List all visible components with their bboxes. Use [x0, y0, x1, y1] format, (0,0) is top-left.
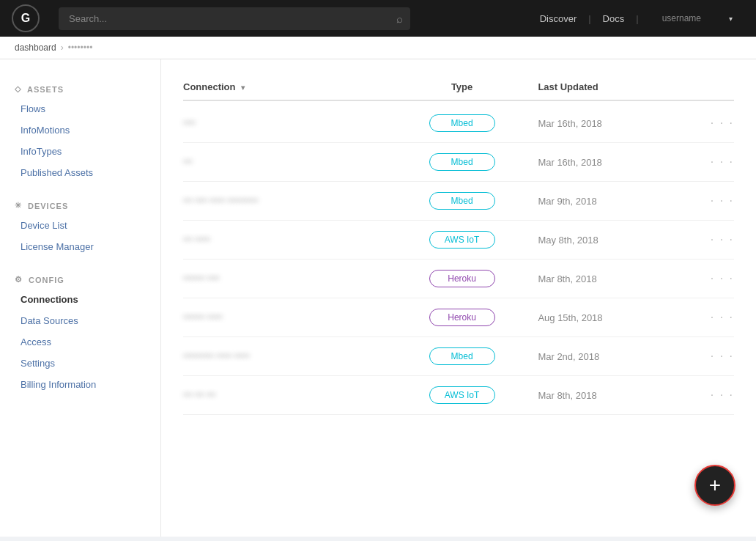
sidebar-item-device-list[interactable]: Device List [0, 215, 160, 236]
type-badge: AWS IoT [429, 386, 495, 404]
breadcrumb-root[interactable]: dashboard [15, 43, 56, 53]
type-badge: Mbed [429, 114, 495, 132]
row-actions[interactable]: · · · [690, 350, 734, 363]
last-updated: Aug 15th, 2018 [538, 312, 690, 323]
connection-name: ••••••• •••• [183, 273, 386, 284]
row-actions[interactable]: · · · [690, 194, 734, 207]
discover-link[interactable]: Discover [528, 13, 589, 24]
last-updated: Mar 8th, 2018 [538, 273, 690, 284]
last-updated: Mar 8th, 2018 [538, 390, 690, 401]
row-actions[interactable]: · · · [690, 233, 734, 246]
connection-name: •••• [183, 118, 386, 128]
table-header: Connection ▾ Type Last Updated [183, 74, 734, 101]
user-label: username [651, 13, 713, 23]
last-updated: May 8th, 2018 [538, 235, 690, 246]
row-actions[interactable]: · · · [690, 311, 734, 324]
sidebar-item-connections[interactable]: Connections [0, 289, 160, 310]
row-actions[interactable]: · · · [690, 389, 734, 402]
more-options-icon[interactable]: · · · [711, 272, 734, 285]
connection-name: ••• [183, 157, 386, 167]
logo-text: G [21, 12, 30, 25]
table-row: ••••••• ••••• Heroku Aug 15th, 2018 · · … [183, 298, 734, 337]
more-options-icon[interactable]: · · · [711, 155, 734, 169]
config-section: ⚙ CONFIG [0, 265, 160, 289]
sidebar-item-settings[interactable]: Settings [0, 353, 160, 374]
add-connection-button[interactable]: + [694, 465, 735, 506]
type-badge: Heroku [429, 270, 495, 287]
connection-name: ••••••• ••••• [183, 312, 386, 323]
table-row: ••• ••• ••• AWS IoT Mar 8th, 2018 · · · [183, 376, 734, 415]
connection-type: Mbed [386, 192, 538, 210]
sidebar-item-published-assets[interactable]: Published Assets [0, 162, 160, 183]
connection-type: AWS IoT [386, 386, 538, 404]
type-badge: Heroku [429, 309, 495, 326]
user-caret: ▾ [717, 15, 744, 23]
sidebar-item-billing[interactable]: Billing Information [0, 374, 160, 395]
devices-icon: ✳ [15, 201, 22, 210]
row-actions[interactable]: · · · [690, 272, 734, 285]
table-row: •••••••••• ••••• ••••• Mbed Mar 2nd, 201… [183, 337, 734, 376]
table-row: ••• Mbed Mar 16th, 2018 · · · [183, 143, 734, 182]
connection-name: ••• ••••• [183, 235, 386, 245]
connection-name: ••• •••• ••••• •••••••••• [183, 196, 386, 206]
col-actions-header [690, 81, 734, 92]
search-input[interactable] [59, 7, 410, 30]
last-updated: Mar 16th, 2018 [538, 157, 690, 168]
more-options-icon[interactable]: · · · [711, 350, 734, 363]
user-menu[interactable]: username ▾ [639, 13, 744, 23]
last-updated: Mar 9th, 2018 [538, 196, 690, 207]
last-updated: Mar 16th, 2018 [538, 118, 690, 129]
sidebar-item-license-manager[interactable]: License Manager [0, 236, 160, 257]
table-row: •••• Mbed Mar 16th, 2018 · · · [183, 104, 734, 143]
connection-name: ••• ••• ••• [183, 390, 386, 400]
devices-section: ✳ DEVICES [0, 191, 160, 215]
more-options-icon[interactable]: · · · [711, 194, 734, 207]
config-icon: ⚙ [15, 275, 23, 284]
table-row: ••• •••• ••••• •••••••••• Mbed Mar 9th, … [183, 182, 734, 221]
more-options-icon[interactable]: · · · [711, 117, 734, 130]
config-title: CONFIG [29, 276, 64, 284]
type-badge: Mbed [429, 153, 495, 171]
table-body: •••• Mbed Mar 16th, 2018 · · · ••• Mbed … [183, 104, 734, 415]
connection-type: Mbed [386, 153, 538, 171]
row-actions[interactable]: · · · [690, 155, 734, 169]
assets-section: ◇ ASSETS [0, 74, 160, 98]
devices-title: DEVICES [28, 202, 68, 210]
topnav: G ⌕ Discover | Docs | username ▾ [0, 0, 756, 37]
sidebar-item-infotypes[interactable]: InfoTypes [0, 141, 160, 162]
type-badge: Mbed [429, 347, 495, 365]
sidebar-item-access[interactable]: Access [0, 331, 160, 353]
last-updated: Mar 2nd, 2018 [538, 351, 690, 362]
col-type-header: Type [386, 81, 538, 92]
col-lastupdated-header: Last Updated [538, 81, 690, 92]
row-actions[interactable]: · · · [690, 117, 734, 130]
col-connection-header[interactable]: Connection ▾ [183, 81, 386, 92]
sidebar-item-data-sources[interactable]: Data Sources [0, 310, 160, 331]
topnav-links: Discover | Docs | username ▾ [528, 13, 744, 24]
sidebar: ◇ ASSETS Flows InfoMotions InfoTypes Pub… [0, 59, 161, 537]
more-options-icon[interactable]: · · · [711, 233, 734, 246]
connection-type: Heroku [386, 270, 538, 287]
more-options-icon[interactable]: · · · [711, 311, 734, 324]
fab-icon: + [709, 474, 721, 497]
logo: G [12, 4, 40, 32]
sidebar-item-flows[interactable]: Flows [0, 98, 160, 119]
main-content: Connection ▾ Type Last Updated •••• Mbed… [161, 59, 756, 537]
more-options-icon[interactable]: · · · [711, 389, 734, 402]
assets-title: ASSETS [27, 85, 64, 94]
layout: ◇ ASSETS Flows InfoMotions InfoTypes Pub… [0, 59, 756, 537]
connection-type: Mbed [386, 347, 538, 365]
connection-type: Heroku [386, 309, 538, 326]
sort-arrow: ▾ [241, 84, 245, 92]
assets-icon: ◇ [15, 84, 21, 94]
connection-type: Mbed [386, 114, 538, 132]
connection-name: •••••••••• ••••• ••••• [183, 351, 386, 361]
sidebar-item-infomotions[interactable]: InfoMotions [0, 119, 160, 141]
docs-link[interactable]: Docs [591, 13, 637, 24]
search-bar: ⌕ [59, 7, 410, 30]
connection-type: AWS IoT [386, 231, 538, 249]
type-badge: Mbed [429, 192, 495, 210]
search-icon: ⌕ [396, 12, 403, 25]
breadcrumb-current: •••••••• [68, 43, 93, 53]
type-badge: AWS IoT [429, 231, 495, 249]
